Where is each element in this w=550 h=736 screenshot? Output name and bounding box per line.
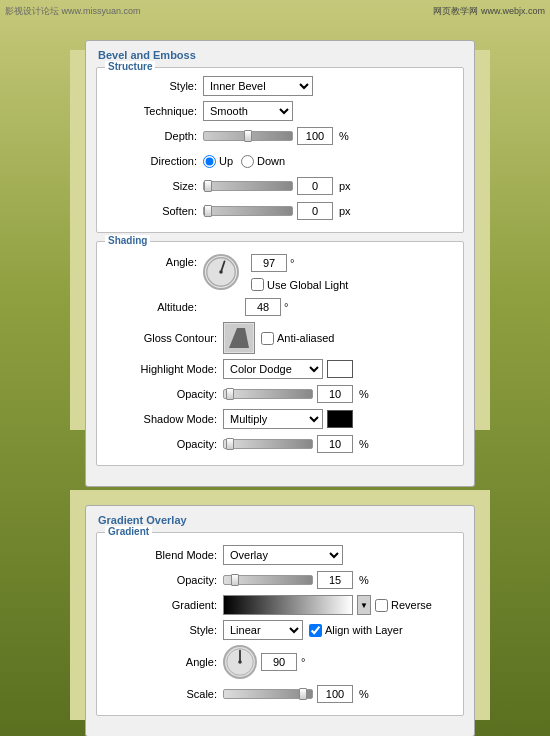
altitude-input[interactable] [245,298,281,316]
gradient-opacity-row: Opacity: % [107,570,453,590]
gradient-opacity-unit: % [359,574,369,586]
shadow-color-swatch[interactable] [327,410,353,428]
direction-group: Up Down [203,155,285,168]
direction-up-label[interactable]: Up [203,155,233,168]
reverse-label[interactable]: Reverse [375,599,432,612]
direction-row: Direction: Up Down [107,151,453,171]
structure-section: Structure Style: Inner Bevel Technique: … [96,67,464,233]
reverse-checkbox[interactable] [375,599,388,612]
gradient-overlay-panel: Gradient Overlay Gradient Blend Mode: Ov… [85,505,475,736]
soften-input[interactable] [297,202,333,220]
shading-section: Shading Angle: [96,241,464,466]
soften-row: Soften: px [107,201,453,221]
gradient-style-select[interactable]: Linear [223,620,303,640]
technique-select[interactable]: Smooth [203,101,293,121]
soften-slider[interactable] [203,206,293,216]
depth-unit: % [339,130,349,142]
blend-mode-label: Blend Mode: [107,549,217,561]
angle-unit: ° [290,257,294,269]
highlight-opacity-unit: % [359,388,369,400]
angle-dial[interactable] [203,254,239,290]
soften-label: Soften: [107,205,197,217]
highlight-opacity-row: Opacity: % [107,384,453,404]
gradient-opacity-label: Opacity: [107,574,217,586]
shadow-opacity-input[interactable] [317,435,353,453]
highlight-mode-select[interactable]: Color Dodge [223,359,323,379]
gradient-section-title: Gradient [105,526,152,537]
gradient-angle-row: Angle: ° [107,645,453,679]
direction-down-label[interactable]: Down [241,155,285,168]
angle-input[interactable] [251,254,287,272]
gloss-contour-row: Gloss Contour: Anti-aliased [107,322,453,354]
direction-down-radio[interactable] [241,155,254,168]
altitude-row: Altitude: ° [107,297,453,317]
anti-aliased-label[interactable]: Anti-aliased [261,332,334,345]
size-slider[interactable] [203,181,293,191]
style-select[interactable]: Inner Bevel [203,76,313,96]
anti-aliased-checkbox[interactable] [261,332,274,345]
gradient-opacity-slider[interactable] [223,575,313,585]
gradient-label: Gradient: [107,599,217,611]
bevel-emboss-title: Bevel and Emboss [96,49,464,61]
gradient-angle-label: Angle: [107,656,217,668]
svg-point-2 [219,270,223,274]
shadow-mode-label: Shadow Mode: [107,413,217,425]
scale-label: Scale: [107,688,217,700]
shadow-mode-select[interactable]: Multiply [223,409,323,429]
highlight-opacity-slider[interactable] [223,389,313,399]
size-unit: px [339,180,351,192]
blend-mode-select[interactable]: Overlay [223,545,343,565]
shadow-opacity-label: Opacity: [107,438,217,450]
bevel-emboss-panel: Bevel and Emboss Structure Style: Inner … [85,40,475,487]
shadow-opacity-slider[interactable] [223,439,313,449]
size-label: Size: [107,180,197,192]
highlight-color-swatch[interactable] [327,360,353,378]
structure-title: Structure [105,61,155,72]
depth-row: Depth: % [107,126,453,146]
depth-input[interactable] [297,127,333,145]
gradient-picker-row: Gradient: ▼ Reverse [107,595,453,615]
contour-thumbnail[interactable] [223,322,255,354]
gloss-contour-label: Gloss Contour: [107,332,217,344]
soften-unit: px [339,205,351,217]
scale-unit: % [359,688,369,700]
watermark-left: 影视设计论坛 www.missyuan.com [5,5,141,18]
style-label: Style: [107,80,197,92]
depth-label: Depth: [107,130,197,142]
gradient-opacity-input[interactable] [317,571,353,589]
depth-slider[interactable] [203,131,293,141]
shading-title: Shading [105,235,150,246]
shadow-opacity-row: Opacity: % [107,434,453,454]
blend-mode-row: Blend Mode: Overlay [107,545,453,565]
global-light-checkbox[interactable] [251,278,264,291]
direction-label: Direction: [107,155,197,167]
highlight-opacity-label: Opacity: [107,388,217,400]
altitude-label: Altitude: [107,301,197,313]
highlight-mode-row: Highlight Mode: Color Dodge [107,359,453,379]
altitude-unit: ° [284,301,288,313]
gradient-style-row: Style: Linear Align with Layer [107,620,453,640]
scale-row: Scale: % [107,684,453,704]
gradient-dropdown-btn[interactable]: ▼ [357,595,371,615]
technique-row: Technique: Smooth [107,101,453,121]
gradient-style-label: Style: [107,624,217,636]
shadow-opacity-unit: % [359,438,369,450]
highlight-opacity-input[interactable] [317,385,353,403]
gradient-overlay-title: Gradient Overlay [96,514,464,526]
gradient-section: Gradient Blend Mode: Overlay Opacity: % [96,532,464,716]
gradient-angle-unit: ° [301,656,305,668]
direction-up-radio[interactable] [203,155,216,168]
svg-point-6 [238,660,242,664]
align-with-layer-label[interactable]: Align with Layer [309,624,403,637]
watermark-right: 网页教学网 www.webjx.com [433,5,545,18]
gradient-preview[interactable] [223,595,353,615]
shadow-mode-row: Shadow Mode: Multiply [107,409,453,429]
size-input[interactable] [297,177,333,195]
align-layer-checkbox[interactable] [309,624,322,637]
style-row: Style: Inner Bevel [107,76,453,96]
scale-slider[interactable] [223,689,313,699]
gradient-angle-dial[interactable] [223,645,257,679]
scale-input[interactable] [317,685,353,703]
gradient-angle-input[interactable] [261,653,297,671]
size-row: Size: px [107,176,453,196]
